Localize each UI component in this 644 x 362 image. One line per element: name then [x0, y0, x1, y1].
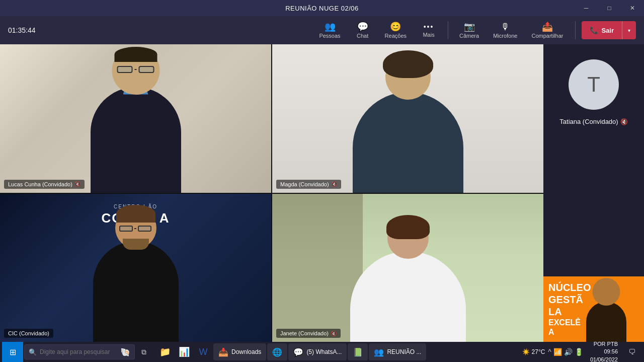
- chat-icon: 💬: [357, 22, 368, 31]
- divider2: [575, 21, 576, 39]
- lucas-mic-icon: 🔇: [74, 181, 80, 187]
- lucas-figure: [80, 44, 191, 193]
- powerpoint-button[interactable]: 📊: [175, 343, 193, 361]
- video-cell-cic: CENTRO I ÃO CONCO A —⊙—: [0, 194, 271, 342]
- nuge-line3: LA: [548, 306, 591, 318]
- lucas-hair: [114, 47, 157, 62]
- downloads-icon: 📥: [218, 347, 228, 357]
- maximize-button[interactable]: □: [598, 0, 621, 16]
- magda-mic-icon: 🔇: [331, 181, 337, 187]
- janete-name: Janete (Convidado): [280, 330, 329, 336]
- janete-figure: [338, 211, 478, 342]
- nuge-line1: NÚCLEO: [548, 281, 591, 294]
- pessoas-button[interactable]: 👥 Pessoas: [313, 19, 346, 42]
- tatiana-avatar: T: [569, 59, 619, 110]
- close-button[interactable]: ✕: [621, 0, 644, 16]
- pessoas-label: Pessoas: [319, 33, 340, 39]
- reacoes-button[interactable]: 😊 Reações: [379, 19, 413, 42]
- reacoes-icon: 😊: [390, 22, 401, 31]
- powerpoint-icon: 📊: [179, 346, 190, 357]
- magda-figure: [338, 47, 478, 193]
- cic-name: CIC (Convidado): [8, 330, 49, 336]
- tatiana-name-row: Tatiana (Convidado) 🔇: [559, 118, 627, 125]
- microfone-button[interactable]: 🎙 Microfone: [487, 19, 523, 42]
- chrome-app[interactable]: 🌐: [267, 343, 287, 360]
- cortana-icon: 🐚: [120, 347, 130, 357]
- janete-mic-icon: 🔇: [331, 331, 337, 336]
- cic-glasses: [119, 226, 151, 233]
- taskbar-search[interactable]: 🔍 🐚: [24, 344, 135, 359]
- search-input[interactable]: [40, 348, 117, 355]
- camera-button[interactable]: 📷 Câmera: [453, 19, 485, 42]
- lucas-name: Lucas Cunha (Convidado): [8, 181, 72, 187]
- tatiana-name: Tatiana (Convidado): [559, 118, 618, 125]
- excel-icon: 📗: [353, 347, 363, 357]
- lucas-head: [112, 47, 159, 95]
- battery-icon: 🔋: [575, 348, 583, 356]
- nuge-line4: EXCELÊ: [548, 318, 591, 327]
- teams-label: REUNIÃO ...: [387, 348, 421, 355]
- window-controls: ─ □ ✕: [575, 0, 644, 16]
- sair-group: 📞 Sair ▾: [582, 21, 636, 39]
- network-icon: 📶: [553, 348, 562, 356]
- teams-app[interactable]: 👥 REUNIÃO ...: [369, 343, 426, 360]
- excel-app[interactable]: 📗: [348, 343, 368, 360]
- compartilhar-button[interactable]: 📤 Compartilhar: [525, 19, 569, 42]
- downloads-app[interactable]: 📥 Downloads: [213, 343, 266, 360]
- windows-icon: ⊞: [10, 347, 16, 357]
- chat-label: Chat: [357, 33, 368, 39]
- toolbar: 01:35:44 👥 Pessoas 💬 Chat 😊 Reações ••• …: [0, 16, 644, 44]
- chevron-down-icon: ▾: [628, 28, 630, 33]
- magda-hair: [383, 50, 433, 78]
- window-title: REUNIÃO NUGE 02/06: [285, 5, 359, 12]
- lucas-glasses: [117, 66, 154, 74]
- magda-head: [385, 54, 431, 100]
- whatsapp-app[interactable]: 💬 (5) WhatsA...: [288, 343, 347, 360]
- start-button[interactable]: ⊞: [2, 342, 23, 362]
- weather-icon: ☀️: [522, 348, 530, 355]
- magda-name: Magda (Convidado): [280, 181, 329, 187]
- janete-hair: [386, 215, 430, 239]
- sair-dropdown-button[interactable]: ▾: [622, 21, 636, 39]
- taskbar: ⊞ 🔍 🐚 ⧉ 📁 📊 W 📥 Downloads 🌐 💬 (5: [0, 342, 644, 362]
- clock-date: 01/06/2022: [590, 356, 618, 362]
- weather-widget: ☀️ 27°C: [522, 348, 545, 355]
- video-cell-magda: Magda (Convidado) 🔇: [272, 44, 543, 193]
- sair-button[interactable]: 📞 Sair: [582, 21, 622, 39]
- magda-name-badge: Magda (Convidado) 🔇: [276, 180, 341, 189]
- search-icon: 🔍: [29, 348, 37, 356]
- nuge-line2: GESTÃ: [548, 294, 591, 306]
- task-view-button[interactable]: ⧉: [135, 343, 153, 361]
- system-tray: ☀️ 27°C ^ 📶 🔊 🔋 POR PTB 09:56 01/06/2022…: [522, 340, 642, 362]
- word-button[interactable]: W: [194, 343, 212, 361]
- video-cell-janete: Janete (Convidado) 🔇: [272, 194, 543, 342]
- whatsapp-icon: 💬: [293, 347, 303, 357]
- compartilhar-icon: 📤: [542, 22, 553, 31]
- downloads-label: Downloads: [231, 348, 261, 355]
- nuge-line5: A: [548, 327, 591, 337]
- clock: POR PTB 09:56 01/06/2022: [586, 340, 622, 362]
- file-explorer-button[interactable]: 📁: [156, 343, 174, 361]
- lucas-name-badge: Lucas Cunha (Convidado) 🔇: [4, 180, 85, 189]
- word-icon: W: [199, 347, 208, 357]
- magda-body: [353, 92, 463, 193]
- minimize-button[interactable]: ─: [575, 0, 598, 16]
- notification-button[interactable]: 🗨: [625, 343, 639, 361]
- microfone-icon: 🎙: [501, 22, 510, 31]
- clock-time: 09:56: [590, 348, 618, 355]
- mais-button[interactable]: ••• Mais: [415, 20, 443, 41]
- volume-icon: 🔊: [564, 348, 573, 356]
- up-arrow-icon[interactable]: ^: [548, 348, 551, 356]
- pessoas-icon: 👥: [325, 22, 336, 31]
- nuge-text-area: NÚCLEO GESTÃ LA EXCELÊ A: [548, 281, 591, 337]
- chat-button[interactable]: 💬 Chat: [349, 19, 377, 42]
- lucas-body: [91, 87, 181, 193]
- tatiana-mic-icon: 🔇: [620, 118, 628, 125]
- phone-icon: 📞: [590, 26, 598, 34]
- video-area: Lucas Cunha (Convidado) 🔇 Magda (Convida…: [0, 44, 644, 342]
- file-explorer-icon: 📁: [159, 346, 171, 357]
- notification-icon: 🗨: [628, 348, 635, 356]
- microfone-label: Microfone: [493, 33, 517, 39]
- chrome-icon: 🌐: [272, 347, 282, 357]
- camera-icon: 📷: [464, 22, 475, 31]
